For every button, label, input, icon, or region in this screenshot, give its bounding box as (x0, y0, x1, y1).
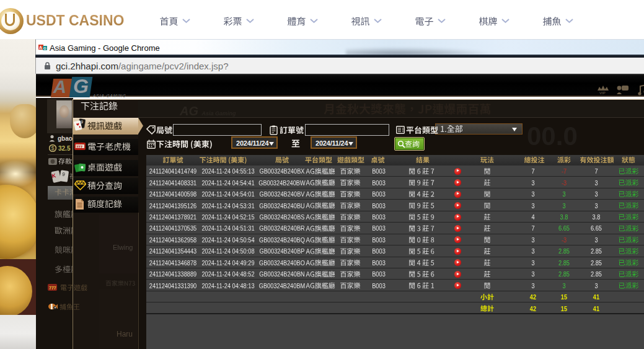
svg-text:G: G (43, 46, 46, 50)
svg-text:VIP: VIP (599, 91, 606, 94)
svg-text:A: A (39, 45, 42, 50)
svg-text:$: $ (51, 145, 54, 151)
svg-text:777: 777 (49, 286, 56, 290)
svg-text:777: 777 (76, 145, 83, 149)
